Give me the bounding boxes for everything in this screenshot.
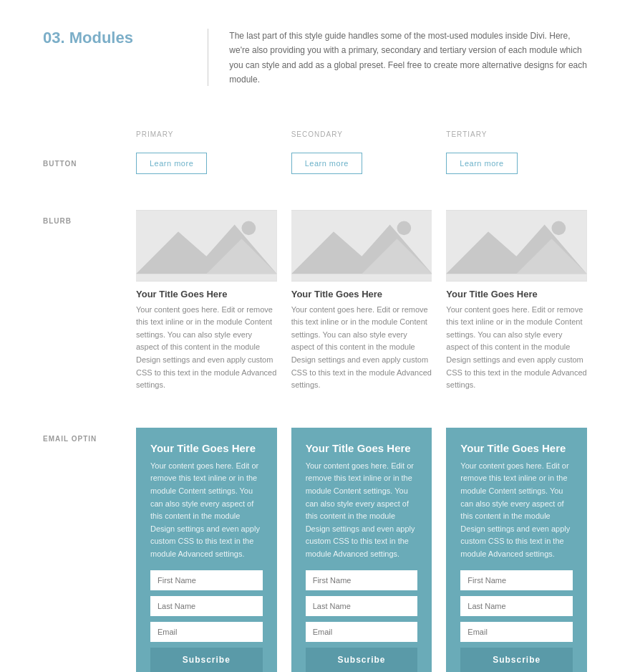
blurb-title-tertiary: Your Title Goes Here [446, 289, 587, 299]
column-headers: PRIMARY SECONDARY TERTIARY [136, 130, 587, 153]
learn-more-button-secondary[interactable]: Learn more [291, 153, 362, 174]
secondary-label: SECONDARY [291, 130, 432, 138]
page: 03. Modules The last part of this style … [0, 0, 630, 672]
learn-more-button-tertiary[interactable]: Learn more [446, 153, 517, 174]
optin-subscribe-primary[interactable]: Subscribe [150, 648, 263, 672]
button-secondary-col: Learn more [291, 153, 432, 174]
section-title: 03. Modules [43, 29, 186, 47]
optin-email-tertiary[interactable] [460, 622, 573, 642]
primary-label: PRIMARY [136, 130, 277, 138]
blurb-title-secondary: Your Title Goes Here [291, 289, 432, 299]
blurb-columns: Your Title Goes Here Your content goes h… [136, 210, 587, 392]
primary-header: PRIMARY [136, 130, 277, 153]
blurb-section: BLURB Your Title Goes Here Your content … [43, 210, 587, 392]
optin-last-name-primary[interactable] [150, 596, 263, 616]
blurb-text-tertiary: Your content goes here. Edit or remove t… [446, 304, 587, 392]
button-tertiary-col: Learn more [446, 153, 587, 174]
svg-point-7 [397, 221, 411, 235]
section-number: 03. [43, 29, 65, 47]
blurb-image-tertiary [446, 210, 587, 282]
optin-tertiary: Your Title Goes Here Your content goes h… [446, 428, 587, 672]
section-header: 03. Modules The last part of this style … [43, 29, 587, 87]
optin-email-primary[interactable] [150, 622, 263, 642]
section-name: Modules [69, 29, 133, 47]
section-description: The last part of this style guide handle… [229, 29, 587, 87]
button-primary-col: Learn more [136, 153, 277, 174]
tertiary-label: TERTIARY [446, 130, 587, 138]
blurb-text-secondary: Your content goes here. Edit or remove t… [291, 304, 432, 392]
optin-subscribe-secondary[interactable]: Subscribe [306, 648, 418, 672]
learn-more-button-primary[interactable]: Learn more [136, 153, 207, 174]
blurb-text-primary: Your content goes here. Edit or remove t… [136, 304, 277, 392]
blurb-primary: Your Title Goes Here Your content goes h… [136, 210, 277, 392]
optin-secondary: Your Title Goes Here Your content goes h… [291, 428, 432, 672]
optin-title-primary: Your Title Goes Here [150, 442, 263, 454]
email-optin-label: EMAIL OPTIN [43, 428, 136, 443]
blurb-secondary: Your Title Goes Here Your content goes h… [291, 210, 432, 392]
blurb-section-label: BLURB [43, 210, 136, 225]
blurb-image-secondary [291, 210, 432, 282]
optin-text-tertiary: Your content goes here. Edit or remove t… [460, 460, 573, 561]
optin-box-secondary: Your Title Goes Here Your content goes h… [291, 428, 432, 672]
tertiary-header: TERTIARY [446, 130, 587, 153]
optin-first-name-tertiary[interactable] [460, 570, 573, 590]
blurb-image-primary [136, 210, 277, 282]
blurb-title-primary: Your Title Goes Here [136, 289, 277, 299]
blurb-tertiary: Your Title Goes Here Your content goes h… [446, 210, 587, 392]
optin-email-secondary[interactable] [306, 622, 418, 642]
optin-primary: Your Title Goes Here Your content goes h… [136, 428, 277, 672]
button-section: BUTTON Learn more Learn more Learn more [43, 153, 587, 174]
email-optin-section: EMAIL OPTIN Your Title Goes Here Your co… [43, 428, 587, 672]
svg-point-3 [242, 221, 256, 235]
optin-text-primary: Your content goes here. Edit or remove t… [150, 460, 263, 561]
optin-first-name-primary[interactable] [150, 570, 263, 590]
svg-point-11 [552, 221, 566, 235]
optin-first-name-secondary[interactable] [306, 570, 418, 590]
optin-box-tertiary: Your Title Goes Here Your content goes h… [446, 428, 587, 672]
optin-title-secondary: Your Title Goes Here [306, 442, 418, 454]
button-section-label: BUTTON [43, 153, 136, 168]
button-columns: Learn more Learn more Learn more [136, 153, 587, 174]
optin-subscribe-tertiary[interactable]: Subscribe [460, 648, 573, 672]
optin-text-secondary: Your content goes here. Edit or remove t… [306, 460, 418, 561]
optin-title-tertiary: Your Title Goes Here [460, 442, 573, 454]
optin-box-primary: Your Title Goes Here Your content goes h… [136, 428, 277, 672]
email-optin-columns: Your Title Goes Here Your content goes h… [136, 428, 587, 672]
secondary-header: SECONDARY [291, 130, 432, 153]
optin-last-name-tertiary[interactable] [460, 596, 573, 616]
optin-last-name-secondary[interactable] [306, 596, 418, 616]
